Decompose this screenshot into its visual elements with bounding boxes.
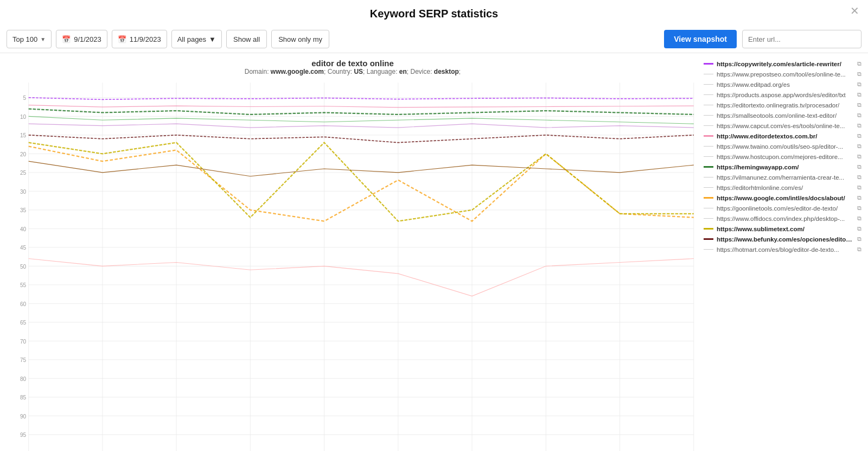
svg-text:25: 25: [20, 170, 27, 176]
calendar2-icon: 📅: [118, 35, 126, 43]
date1-picker[interactable]: 📅 9/1/2023: [56, 30, 107, 48]
external-link-icon[interactable]: ⧉: [857, 153, 861, 160]
legend-item[interactable]: https://hotmart.com/es/blog/editor-de-te…: [703, 244, 863, 255]
external-link-icon[interactable]: ⧉: [857, 132, 861, 139]
legend-url: https://www.google.com/intl/es/docs/abou…: [717, 195, 854, 201]
show-all-button[interactable]: Show all: [226, 30, 267, 48]
svg-text:55: 55: [20, 282, 27, 288]
legend-url: https://editortexto.onlinegratis.tv/proc…: [717, 102, 854, 109]
legend-url: https://products.aspose.app/words/es/edi…: [717, 92, 854, 98]
legend-url: http://www.editordetextos.com.br/: [717, 133, 854, 139]
page-title: Keyword SERP statistics: [0, 0, 868, 26]
view-snapshot-button[interactable]: View snapshot: [664, 30, 737, 48]
legend-item[interactable]: https://hemingwayapp.com/⧉: [703, 162, 863, 172]
legend-url: https://www.prepostseo.com/tool/es/onlin…: [717, 71, 854, 78]
svg-text:65: 65: [20, 320, 27, 326]
svg-text:10: 10: [20, 114, 27, 120]
svg-text:95: 95: [20, 432, 27, 438]
legend-url: https://goonlinetools.com/es/editor-de-t…: [717, 205, 854, 212]
legend-item[interactable]: https://www.twaino.com/outils/seo-sp/edi…: [703, 141, 863, 151]
legend-item[interactable]: https://www.capcut.com/es-es/tools/onlin…: [703, 120, 863, 131]
external-link-icon[interactable]: ⧉: [857, 101, 861, 109]
legend-url: https://copywritely.com/es/article-rewri…: [717, 61, 854, 67]
date2-picker[interactable]: 📅 11/9/2023: [112, 30, 167, 48]
external-link-icon[interactable]: ⧉: [857, 215, 861, 222]
top100-dropdown[interactable]: Top 100 ▼: [7, 30, 52, 48]
url-search-input[interactable]: [742, 30, 861, 48]
legend-url: https://www.offidocs.com/index.php/deskt…: [717, 215, 854, 222]
legend-item[interactable]: https://editorhtmlonline.com/es/⧉: [703, 182, 863, 193]
svg-text:90: 90: [20, 414, 27, 420]
external-link-icon[interactable]: ⧉: [857, 174, 861, 181]
legend-url: https://www.befunky.com/es/opciones/edit…: [717, 236, 854, 243]
legend-url: https://hotmart.com/es/blog/editor-de-te…: [717, 246, 854, 253]
toolbar: Top 100 ▼ 📅 9/1/2023 📅 11/9/2023 All pag…: [0, 26, 868, 53]
svg-text:40: 40: [20, 226, 27, 232]
legend-item[interactable]: https://www.prepostseo.com/tool/es/onlin…: [703, 69, 863, 79]
legend-item[interactable]: https://www.sublimetext.com/⧉: [703, 224, 863, 234]
external-link-icon[interactable]: ⧉: [857, 225, 861, 232]
chart-keyword: editor de texto online: [5, 59, 700, 68]
svg-text:75: 75: [20, 357, 27, 363]
legend-item[interactable]: http://www.editordetextos.com.br/⧉: [703, 131, 863, 141]
svg-text:60: 60: [20, 301, 27, 307]
external-link-icon[interactable]: ⧉: [857, 143, 861, 150]
legend-item[interactable]: https://www.hostcupon.com/mejores-editor…: [703, 151, 863, 162]
legend-item[interactable]: https://copywritely.com/es/article-rewri…: [703, 59, 863, 69]
legend-url: https://www.sublimetext.com/: [717, 226, 854, 232]
external-link-icon[interactable]: ⧉: [857, 112, 861, 119]
external-link-icon[interactable]: ⧉: [857, 194, 861, 201]
svg-text:15: 15: [20, 132, 27, 138]
svg-text:85: 85: [20, 395, 27, 401]
top100-arrow-icon: ▼: [40, 36, 46, 42]
legend-panel: https://copywritely.com/es/article-rewri…: [700, 53, 868, 450]
svg-text:70: 70: [20, 339, 27, 345]
allpages-label: All pages: [177, 35, 206, 43]
chart-area[interactable]: 5101520253035404550556065707580859095100…: [5, 77, 700, 451]
legend-url: https://editorhtmlonline.com/es/: [717, 185, 854, 191]
calendar1-icon: 📅: [62, 35, 71, 43]
legend-item[interactable]: https://products.aspose.app/words/es/edi…: [703, 90, 863, 100]
legend-item[interactable]: https://smallseotools.com/online-text-ed…: [703, 110, 863, 120]
legend-url: https://www.capcut.com/es-es/tools/onlin…: [717, 123, 854, 129]
external-link-icon[interactable]: ⧉: [857, 71, 861, 78]
legend-url: https://vilmanunez.com/herramienta-crear…: [717, 174, 854, 181]
legend-item[interactable]: https://www.befunky.com/es/opciones/edit…: [703, 234, 863, 244]
external-link-icon[interactable]: ⧉: [857, 236, 861, 243]
external-link-icon[interactable]: ⧉: [857, 205, 861, 212]
legend-item[interactable]: https://goonlinetools.com/es/editor-de-t…: [703, 203, 863, 213]
legend-url: https://www.hostcupon.com/mejores-editor…: [717, 154, 854, 160]
svg-text:5: 5: [23, 95, 27, 101]
allpages-arrow-icon: ▼: [209, 35, 216, 43]
legend-item[interactable]: https://www.editpad.org/es⧉: [703, 79, 863, 90]
external-link-icon[interactable]: ⧉: [857, 184, 861, 191]
svg-text:30: 30: [20, 189, 27, 195]
legend-url: https://hemingwayapp.com/: [717, 164, 854, 170]
legend-url: https://www.twaino.com/outils/seo-sp/edi…: [717, 143, 854, 150]
date1-label: 9/1/2023: [74, 35, 101, 43]
external-link-icon[interactable]: ⧉: [857, 60, 861, 67]
svg-text:45: 45: [20, 245, 27, 251]
external-link-icon[interactable]: ⧉: [857, 81, 861, 88]
close-button[interactable]: ✕: [850, 5, 859, 16]
legend-item[interactable]: https://vilmanunez.com/herramienta-crear…: [703, 172, 863, 182]
svg-text:80: 80: [20, 376, 27, 382]
top100-label: Top 100: [12, 35, 37, 43]
svg-text:20: 20: [20, 151, 27, 157]
chart-header: editor de texto online Domain: www.googl…: [5, 59, 700, 75]
legend-item[interactable]: https://editortexto.onlinegratis.tv/proc…: [703, 100, 863, 110]
svg-text:50: 50: [20, 264, 27, 270]
legend-url: https://smallseotools.com/online-text-ed…: [717, 112, 854, 119]
svg-text:35: 35: [20, 207, 27, 213]
external-link-icon[interactable]: ⧉: [857, 163, 861, 170]
legend-url: https://www.editpad.org/es: [717, 81, 854, 88]
legend-item[interactable]: https://www.offidocs.com/index.php/deskt…: [703, 213, 863, 224]
chart-subtitle: Domain: www.google.com; Country: US; Lan…: [5, 68, 700, 75]
external-link-icon[interactable]: ⧉: [857, 122, 861, 129]
legend-item[interactable]: https://www.google.com/intl/es/docs/abou…: [703, 193, 863, 203]
show-only-my-button[interactable]: Show only my: [271, 30, 329, 48]
allpages-dropdown[interactable]: All pages ▼: [171, 30, 222, 48]
external-link-icon[interactable]: ⧉: [857, 91, 861, 98]
date2-label: 11/9/2023: [130, 35, 161, 43]
external-link-icon[interactable]: ⧉: [857, 246, 861, 253]
